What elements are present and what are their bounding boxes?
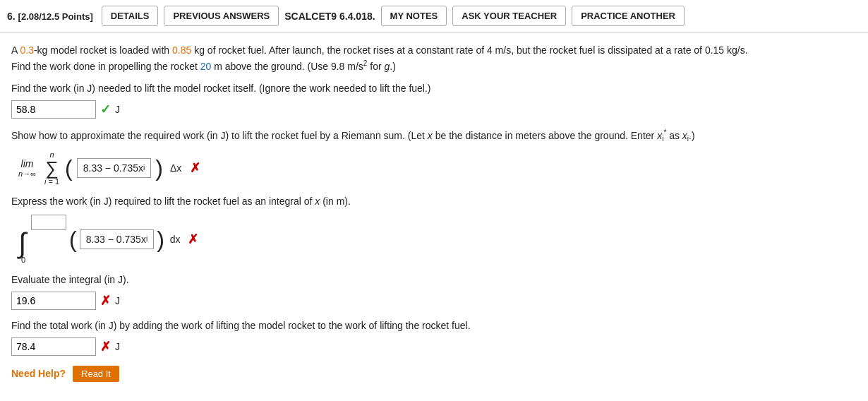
ask-teacher-button[interactable]: ASK YOUR TEACHER xyxy=(452,6,566,26)
q1-check-icon: ✓ xyxy=(100,102,111,117)
q1-input[interactable] xyxy=(11,100,96,119)
previous-answers-button[interactable]: PREVIOUS ANSWERS xyxy=(164,6,279,26)
highlight-085: 0.85 xyxy=(172,44,191,56)
dx-label: dx xyxy=(170,234,181,245)
problem-content: A 0.3-kg model rocket is loaded with 0.8… xyxy=(0,32,868,389)
integral-with-limits: ∫ 0 xyxy=(18,215,66,264)
problem-header: 6. [2.08/12.5 Points] DETAILS PREVIOUS A… xyxy=(0,0,868,32)
q2-inner-expression: 8.33 − 0.735xi xyxy=(77,158,151,178)
q4-input[interactable] xyxy=(11,292,96,310)
left-paren: ( xyxy=(65,157,73,179)
question-2: Show how to approximate the required wor… xyxy=(11,127,857,185)
need-help-label: Need Help? xyxy=(11,368,66,379)
q2-math-block: lim n→∞ n ∑ i = 1 ( 8.33 − 0.735xi ) Δx … xyxy=(18,150,857,186)
highlight-03: 0.3 xyxy=(20,44,33,56)
q4-unit: J xyxy=(115,295,120,306)
integral-symbol: ∫ xyxy=(18,230,26,256)
q5-answer-row: ✗ J xyxy=(11,337,857,356)
q5-label: Find the total work (in J) by adding the… xyxy=(11,318,857,333)
q3-upper-input[interactable] xyxy=(31,215,66,230)
q4-answer-row: ✗ J xyxy=(11,292,857,310)
q4-label: Evaluate the integral (in J). xyxy=(11,273,857,287)
q3-inner-expression: 8.33 − 0.735xi xyxy=(80,229,154,249)
problem-number: 6. [2.08/12.5 Points] xyxy=(7,11,93,22)
lim-block: lim n→∞ xyxy=(18,158,36,178)
q3-integral-block: ∫ 0 ( 8.33 − 0.735xi ) dx ✗ xyxy=(18,215,857,264)
question-1: Find the work (in J) needed to lift the … xyxy=(11,81,857,119)
problem-statement: A 0.3-kg model rocket is loaded with 0.8… xyxy=(11,42,857,74)
q1-unit: J xyxy=(115,104,120,115)
q3-left-paren: ( xyxy=(69,228,77,251)
integral-upper xyxy=(31,215,66,230)
question-3: Express the work (in J) required to lift… xyxy=(11,194,857,264)
q5-unit: J xyxy=(115,341,120,352)
question-4: Evaluate the integral (in J). ✗ J xyxy=(11,273,857,310)
practice-another-button[interactable]: PRACTICE ANOTHER xyxy=(572,6,685,26)
highlight-20: 20 xyxy=(200,61,212,72)
q2-x-icon: ✗ xyxy=(190,160,200,176)
q3-right-paren: ) xyxy=(157,228,164,251)
q2-label: Show how to approximate the required wor… xyxy=(11,127,857,144)
need-help-section: Need Help? Read It xyxy=(11,366,857,382)
q3-label: Express the work (in J) required to lift… xyxy=(11,194,857,209)
right-paren: ) xyxy=(155,157,163,179)
read-it-button[interactable]: Read It xyxy=(73,366,119,382)
q5-input[interactable] xyxy=(11,337,96,356)
q1-label: Find the work (in J) needed to lift the … xyxy=(11,81,857,96)
q4-x-icon: ✗ xyxy=(100,293,111,309)
sigma-block: n ∑ i = 1 xyxy=(44,150,59,186)
question-5: Find the total work (in J) by adding the… xyxy=(11,318,857,356)
q5-x-icon: ✗ xyxy=(100,339,111,354)
scalcet-label: SCALCET9 6.4.018. xyxy=(284,11,375,22)
details-button[interactable]: DETAILS xyxy=(102,6,159,26)
q3-x-icon: ✗ xyxy=(188,232,198,247)
q1-answer-row: ✓ J xyxy=(11,100,857,119)
my-notes-button[interactable]: MY NOTES xyxy=(381,6,447,26)
integral-lower: 0 xyxy=(21,256,25,264)
delta-x-label: Δx xyxy=(170,162,181,174)
